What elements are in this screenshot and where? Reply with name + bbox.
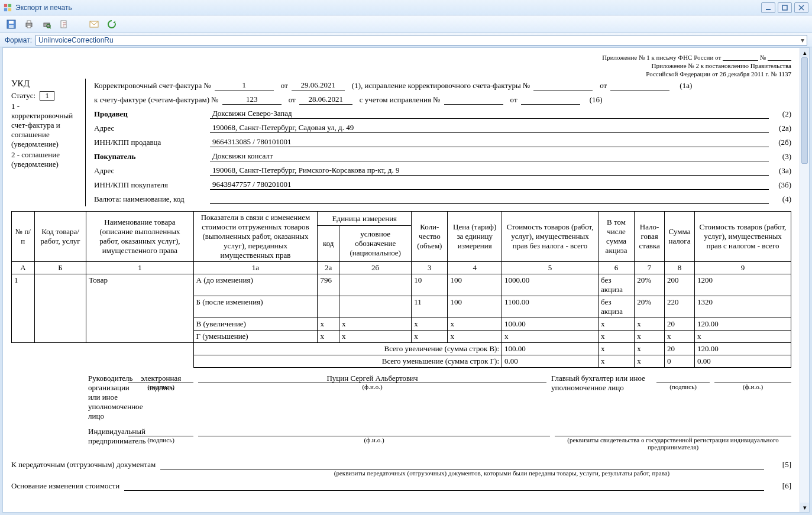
buyer-address: 190068, Санкт-Петербург, Римского-Корсак… [210, 166, 769, 176]
scroll-track[interactable] [800, 57, 809, 503]
minimize-button[interactable] [761, 2, 775, 13]
print-preview-icon[interactable] [40, 18, 53, 31]
chevron-down-icon: ▾ [801, 36, 804, 44]
appendix-2a: Приложение № 2 к постановлению Правитель… [11, 62, 791, 69]
scroll-down-icon[interactable]: ▾ [800, 503, 809, 512]
item-row-a: 1 Товар А (до изменения)796101001000.00б… [12, 274, 791, 296]
export-icon[interactable] [58, 18, 71, 31]
svg-rect-9 [9, 21, 14, 24]
ukd-title: УКД [11, 79, 82, 89]
svg-rect-1 [8, 4, 11, 7]
ksf-date: 29.06.2021 [292, 80, 345, 90]
seller-address: 190068, Санкт-Петербург, Садовая ул, д. … [210, 123, 769, 133]
save-icon[interactable] [5, 18, 18, 31]
window-title: Экспорт и печать [15, 4, 72, 12]
toolbar [0, 15, 812, 33]
invoice-table: № п/п Код товара/ работ, услуг Наименова… [11, 211, 791, 368]
status-row: Статус: 1 [11, 91, 82, 101]
maximize-button[interactable] [778, 2, 792, 13]
sf-date: 28.06.2021 [299, 95, 352, 105]
appendix-1: Приложение № 1 к письму ФНС России от № [11, 54, 791, 61]
document-area: Приложение № 1 к письму ФНС России от № … [2, 47, 810, 513]
header-block: Корректировочный счет-фактура № 1 от 29.… [94, 79, 791, 206]
svg-rect-12 [27, 21, 31, 23]
ukd-legend-1: 1 - корректировочный счет-фактура и согл… [11, 102, 82, 149]
svg-rect-5 [782, 5, 787, 10]
totals-decrease: Всего уменьшение (сумма строк Г): 0.00хх… [12, 355, 791, 368]
director-fio: Пуцин Сергей Альбертович [198, 374, 546, 383]
status-value: 1 [40, 91, 54, 101]
seller-name: Доксвижн Северо-Запад [210, 109, 769, 119]
sf-number: 123 [222, 95, 282, 105]
app-icon [4, 4, 12, 12]
scroll-up-icon[interactable]: ▴ [800, 48, 809, 57]
vertical-scrollbar[interactable]: ▴ ▾ [800, 48, 809, 512]
format-label: Формат: [5, 36, 32, 44]
close-button[interactable] [794, 2, 808, 13]
document-content: Приложение № 1 к письму ФНС России от № … [3, 48, 800, 512]
buyer-name: Доксвижн консалт [210, 151, 769, 161]
svg-rect-2 [4, 8, 7, 11]
signature-row-1: Руководитель организации или иное уполно… [11, 374, 791, 421]
svg-rect-3 [8, 8, 11, 11]
ukd-legend-2: 2 - соглашение (уведомление) [11, 150, 82, 169]
signature-row-2: Индивидуальный предприниматель (подпись)… [11, 427, 791, 451]
buyer-inn: 9643947757 / 780201001 [210, 180, 769, 190]
svg-rect-10 [9, 25, 14, 28]
seller-inn: 9664313085 / 780101001 [210, 137, 769, 147]
appendix-2b: Российской Федерации от 26 декабря 2011 … [11, 70, 791, 77]
totals-increase: Всего увеличение (сумма строк В): 100.00… [12, 343, 791, 355]
svg-rect-0 [4, 4, 7, 7]
format-combobox[interactable]: UniInvoiceCorrectionRu ▾ [35, 35, 807, 46]
refresh-icon[interactable] [105, 18, 118, 31]
currency [210, 195, 769, 204]
ksf-number: 1 [215, 80, 274, 90]
svg-rect-13 [27, 25, 31, 28]
transfer-docs-row: К передаточным (отгрузочным) документам … [11, 460, 791, 469]
format-value: UniInvoiceCorrectionRu [38, 36, 114, 44]
format-row: Формат: UniInvoiceCorrectionRu ▾ [0, 33, 812, 47]
mail-icon[interactable] [88, 18, 101, 31]
ukd-panel: УКД Статус: 1 1 - корректировочный счет-… [11, 79, 86, 206]
reason-row: Основание изменения стоимости [6] [11, 481, 791, 491]
print-icon[interactable] [22, 18, 35, 31]
scroll-thumb[interactable] [801, 57, 808, 164]
titlebar: Экспорт и печать [0, 0, 812, 15]
svg-line-16 [50, 27, 51, 28]
